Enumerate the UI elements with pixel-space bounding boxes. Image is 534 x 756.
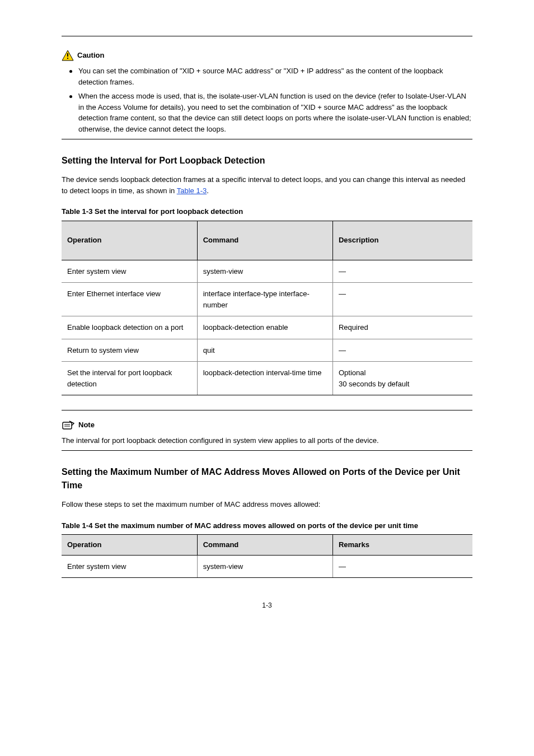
section1-intro-text: The device sends loopback detection fram… (62, 175, 465, 195)
col-operation: Operation (62, 221, 197, 260)
table2-caption: Table 1-4 Set the maximum number of MAC … (62, 520, 472, 531)
table-row: Enter Ethernet interface view interface … (62, 283, 472, 316)
section1-intro-tail: . (207, 186, 209, 195)
col-command: Command (197, 221, 332, 260)
cell-operation: Enter system view (62, 555, 197, 578)
cell-operation: Enter system view (62, 260, 197, 283)
table-mac-moves: Operation Command Remarks Enter system v… (62, 534, 472, 578)
cell-description: — (332, 283, 472, 316)
page-body: Caution You can set the combination of "… (0, 0, 534, 633)
cell-command: system-view (197, 555, 332, 578)
cell-description: Required (332, 316, 472, 339)
table1-caption: Table 1-3 Set the interval for port loop… (62, 206, 472, 217)
caution-item-text: When the access mode is used, that is, t… (78, 92, 471, 133)
table-header-row: Operation Command Remarks (62, 535, 472, 556)
col-operation: Operation (62, 535, 197, 556)
note-title: Note (78, 419, 95, 431)
list-item: You can set the combination of "XID + so… (62, 66, 472, 87)
note-bottom-rule (62, 450, 472, 451)
page-number: 1-3 (62, 600, 472, 610)
caution-header: Caution (62, 50, 472, 61)
cell-command: loopback-detection interval-time time (197, 362, 332, 395)
caution-icon (62, 50, 74, 61)
note-header: Note (62, 419, 472, 431)
section1-paragraph: The device sends loopback detection fram… (62, 174, 472, 196)
col-description: Description (332, 221, 472, 260)
cell-operation: Set the interval for port loopback detec… (62, 362, 197, 395)
table-loopback-interval: Operation Command Description Enter syst… (62, 221, 472, 396)
cell-remarks: — (332, 555, 472, 578)
note-top-rule (62, 410, 472, 410)
table-header-row: Operation Command Description (62, 221, 472, 260)
table-row: Set the interval for port loopback detec… (62, 362, 472, 395)
cell-description: — (332, 260, 472, 283)
svg-rect-2 (67, 58, 68, 59)
cell-command: loopback-detection enable (197, 316, 332, 339)
table-reference-link[interactable]: Table 1-3 (177, 186, 207, 195)
svg-rect-3 (63, 422, 72, 429)
cell-command: interface interface-type interface-numbe… (197, 283, 332, 316)
note-callout: Note The interval for port loopback dete… (62, 419, 472, 446)
section-heading-interval: Setting the Interval for Port Loopback D… (62, 154, 472, 167)
cell-command: quit (197, 339, 332, 362)
table-row: Enter system view system-view — (62, 555, 472, 578)
cell-operation: Enter Ethernet interface view (62, 283, 197, 316)
note-icon (62, 420, 75, 430)
table-row: Return to system view quit — (62, 339, 472, 362)
caution-bottom-rule (62, 139, 472, 139)
cell-description: Optional 30 seconds by default (332, 362, 472, 395)
caution-item-text: You can set the combination of "XID + so… (78, 67, 443, 86)
section2-intro: Follow these steps to set the maximum nu… (62, 499, 472, 510)
list-item: When the access mode is used, that is, t… (62, 91, 472, 134)
table-row: Enable loopback detection on a port loop… (62, 316, 472, 339)
col-command: Command (197, 535, 332, 556)
cell-operation: Enable loopback detection on a port (62, 316, 197, 339)
caution-title: Caution (77, 50, 104, 61)
svg-rect-1 (67, 53, 68, 57)
top-rule (62, 36, 472, 36)
caution-callout: Caution You can set the combination of "… (62, 50, 472, 134)
cell-description: — (332, 339, 472, 362)
table-row: Enter system view system-view — (62, 260, 472, 283)
caution-list: You can set the combination of "XID + so… (62, 66, 472, 134)
cell-operation: Return to system view (62, 339, 197, 362)
section-heading-mac-moves: Setting the Maximum Number of MAC Addres… (62, 465, 472, 492)
cell-command: system-view (197, 260, 332, 283)
note-body: The interval for port loopback detection… (62, 435, 472, 446)
col-remarks: Remarks (332, 535, 472, 556)
